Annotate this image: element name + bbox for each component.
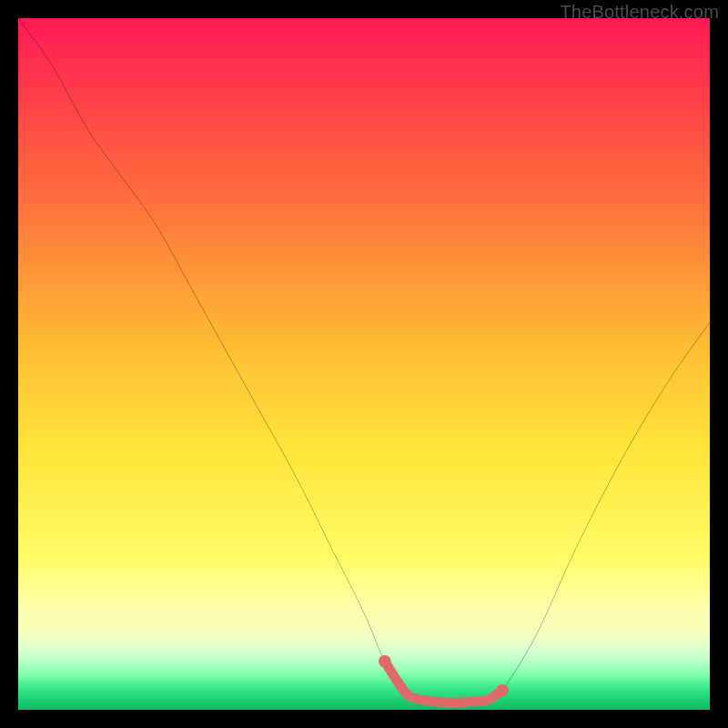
curve-path [18, 18, 710, 703]
highlight-dot-left [379, 655, 391, 668]
highlight-dot-right [496, 684, 509, 697]
watermark-label: TheBottleneck.com [560, 2, 719, 23]
chart-stage: TheBottleneck.com [0, 0, 728, 728]
bottleneck-curve [18, 18, 710, 703]
plot-area [18, 18, 710, 710]
highlight-band [379, 655, 509, 703]
curve-layer [18, 18, 710, 710]
highlight-path [385, 662, 502, 703]
